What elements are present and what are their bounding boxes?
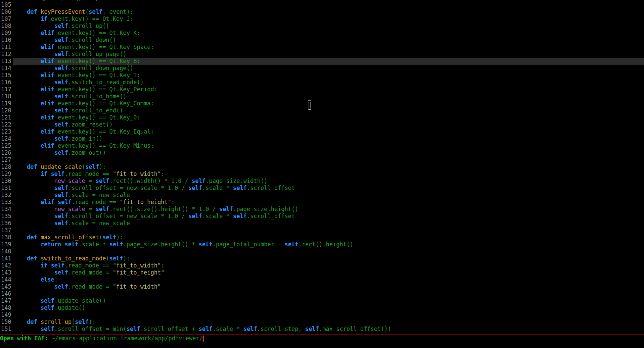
code-text[interactable]: self.scroll_down() <box>13 37 644 44</box>
code-line[interactable]: 134 new_scale = self.rect().size().heigh… <box>0 206 644 213</box>
code-text[interactable]: self.read_mode = "fit_to_height" <box>13 269 644 276</box>
code-text[interactable]: elif self.read_mode == "fit_to_height": <box>13 199 644 206</box>
code-text[interactable]: def update_scale(self): <box>13 163 644 170</box>
code-text[interactable]: def max_scroll_offset(self): <box>13 234 644 241</box>
minibuffer-prompt: Open with EAF: <box>0 335 52 342</box>
code-line[interactable]: 149 <box>0 311 644 318</box>
code-text[interactable]: elif event.key() == Qt.Key_Space: <box>13 44 644 51</box>
code-text[interactable]: elif event.key() == Qt.Key_B: <box>13 58 644 65</box>
code-text[interactable]: self.scroll_up() <box>13 22 644 30</box>
code-line[interactable]: 140 <box>0 248 644 255</box>
code-line[interactable]: 114 self.scroll_down_page() <box>0 65 644 72</box>
code-line[interactable]: 131 self.scroll_offset = new_scale * 1.0… <box>0 185 644 192</box>
code-text[interactable] <box>13 290 644 297</box>
code-text[interactable]: self.switch_to_read_mode() <box>13 79 644 86</box>
minibuffer-echo-line[interactable]: Open with EAF: ~/emacs-application-frame… <box>0 335 204 342</box>
code-line[interactable]: 109 elif event.key() == Qt.Key_K: <box>0 30 644 37</box>
code-line[interactable]: 136 self.scale = new_scale <box>0 220 644 227</box>
code-text[interactable] <box>13 156 644 163</box>
code-text[interactable]: self.scroll_offset = new_scale * 1.0 / s… <box>13 185 644 192</box>
minibuffer-input[interactable]: ~/emacs-application-framework/app/pdfvie… <box>52 335 203 342</box>
code-text[interactable] <box>13 227 644 234</box>
code-line[interactable]: 118 self.scroll_to_home() <box>0 93 644 100</box>
code-text[interactable]: elif event.key() == Qt.Key_Minus: <box>13 142 644 149</box>
code-line[interactable]: 144 else: <box>0 276 644 283</box>
code-text[interactable]: if self.read_mode == "fit_to_width": <box>13 262 644 269</box>
code-text[interactable] <box>13 248 644 255</box>
code-text[interactable]: elif event.key() == Qt.Key_Period: <box>13 86 644 93</box>
code-line[interactable]: 116 self.switch_to_read_mode() <box>0 79 644 86</box>
code-text[interactable]: self.scroll_offset = min(self.scroll_off… <box>13 326 644 333</box>
code-text[interactable] <box>13 1 644 8</box>
code-text[interactable]: return self.scale * self.page_size.heigh… <box>13 241 644 248</box>
code-text[interactable]: elif event.key() == Qt.Key_T: <box>13 72 644 79</box>
code-text[interactable]: self.update() <box>13 304 644 311</box>
code-line[interactable]: 110 self.scroll_down() <box>0 37 644 44</box>
code-line[interactable]: 146 <box>0 290 644 297</box>
code-line[interactable]: 112 self.scroll_up_page() <box>0 51 644 58</box>
code-text[interactable]: elif event.key() == Qt.Key_0: <box>13 114 644 121</box>
code-line[interactable]: 137 <box>0 227 644 234</box>
code-line[interactable]: 151 self.scroll_offset = min(self.scroll… <box>0 326 644 333</box>
code-line[interactable]: 113 elif event.key() == Qt.Key_B: <box>0 58 644 65</box>
code-text[interactable]: self.scale = new_scale <box>13 220 644 227</box>
code-line[interactable]: 139 return self.scale * self.page_size.h… <box>0 241 644 248</box>
code-line[interactable]: 132 self.scale = new_scale <box>0 192 644 199</box>
code-line[interactable]: 126 self.zoom_out() <box>0 149 644 156</box>
code-line[interactable]: 117 elif event.key() == Qt.Key_Period: <box>0 86 644 93</box>
code-text[interactable]: if event.key() == Qt.Key_J: <box>13 15 644 22</box>
code-line[interactable]: 148 self.update() <box>0 304 644 311</box>
code-text[interactable]: else: <box>13 276 644 283</box>
code-text[interactable]: elif event.key() == Qt.Key_Comma: <box>13 100 644 107</box>
code-text[interactable]: if self.read_mode == "fit_to_width": <box>13 170 644 178</box>
code-line[interactable]: 145 self.read_mode = "fit_to_width" <box>0 283 644 290</box>
code-line[interactable]: 150 def scroll_up(self): <box>0 318 644 326</box>
code-line[interactable]: 143 self.read_mode = "fit_to_height" <box>0 269 644 276</box>
code-line[interactable]: 142 if self.read_mode == "fit_to_width": <box>0 262 644 269</box>
code-text[interactable]: self.scale = new_scale <box>13 192 644 199</box>
code-text[interactable]: self.zoom_out() <box>13 149 644 156</box>
code-line[interactable]: 128 def update_scale(self): <box>0 163 644 170</box>
code-line[interactable]: 105 <box>0 1 644 8</box>
line-number: 105 <box>0 1 13 8</box>
code-text[interactable]: self.scroll_offset = new_scale * 1.0 / s… <box>13 213 644 220</box>
code-text[interactable]: elif event.key() == Qt.Key_Equal: <box>13 128 644 135</box>
code-text[interactable] <box>13 311 644 318</box>
code-text[interactable]: self.scroll_to_end() <box>13 107 644 114</box>
code-line[interactable]: 119 elif event.key() == Qt.Key_Comma: <box>0 100 644 107</box>
code-buffer[interactable]: 104 qpixmap = qpixmap.scaledToWidth(int(… <box>0 0 644 333</box>
code-line[interactable]: 125 elif event.key() == Qt.Key_Minus: <box>0 142 644 149</box>
code-line[interactable]: 121 elif event.key() == Qt.Key_0: <box>0 114 644 121</box>
code-line[interactable]: 115 elif event.key() == Qt.Key_T: <box>0 72 644 79</box>
code-line[interactable]: 120 self.scroll_to_end() <box>0 107 644 114</box>
minibuffer[interactable]: Open with EAF: ~/emacs-application-frame… <box>0 335 644 348</box>
code-line[interactable]: 123 elif event.key() == Qt.Key_Equal: <box>0 128 644 135</box>
code-text[interactable]: new_scale = self.rect().width() * 1.0 / … <box>13 178 644 185</box>
code-line[interactable]: 124 self.zoom_in() <box>0 135 644 142</box>
code-text[interactable]: def keyPressEvent(self, event): <box>13 8 644 15</box>
code-text[interactable]: self.read_mode = "fit_to_width" <box>13 283 644 290</box>
code-text[interactable]: def scroll_up(self): <box>13 318 644 326</box>
code-line[interactable]: 129 if self.read_mode == "fit_to_width": <box>0 170 644 178</box>
code-line[interactable]: 127 <box>0 156 644 163</box>
code-text[interactable]: def switch_to_read_mode(self): <box>13 255 644 262</box>
code-line[interactable]: 130 new_scale = self.rect().width() * 1.… <box>0 178 644 185</box>
code-line[interactable]: 107 if event.key() == Qt.Key_J: <box>0 15 644 22</box>
code-line[interactable]: 106 def keyPressEvent(self, event): <box>0 8 644 15</box>
code-text[interactable]: self.zoom_in() <box>13 135 644 142</box>
code-line[interactable]: 138 def max_scroll_offset(self): <box>0 234 644 241</box>
code-line[interactable]: 122 self.zoom_reset() <box>0 121 644 128</box>
code-text[interactable]: elif event.key() == Qt.Key_K: <box>13 30 644 37</box>
code-text[interactable]: self.update_scale() <box>13 297 644 304</box>
code-line[interactable]: 111 elif event.key() == Qt.Key_Space: <box>0 44 644 51</box>
code-line[interactable]: 147 self.update_scale() <box>0 297 644 304</box>
code-line[interactable]: 133 elif self.read_mode == "fit_to_heigh… <box>0 199 644 206</box>
code-text[interactable]: new_scale = self.rect().size().height() … <box>13 206 644 213</box>
code-text[interactable]: self.scroll_up_page() <box>13 51 644 58</box>
code-line[interactable]: 108 self.scroll_up() <box>0 22 644 30</box>
code-text[interactable]: self.scroll_down_page() <box>13 65 644 72</box>
code-text[interactable]: self.zoom_reset() <box>13 121 644 128</box>
code-line[interactable]: 141 def switch_to_read_mode(self): <box>0 255 644 262</box>
code-text[interactable]: self.scroll_to_home() <box>13 93 644 100</box>
code-line[interactable]: 135 self.scroll_offset = new_scale * 1.0… <box>0 213 644 220</box>
